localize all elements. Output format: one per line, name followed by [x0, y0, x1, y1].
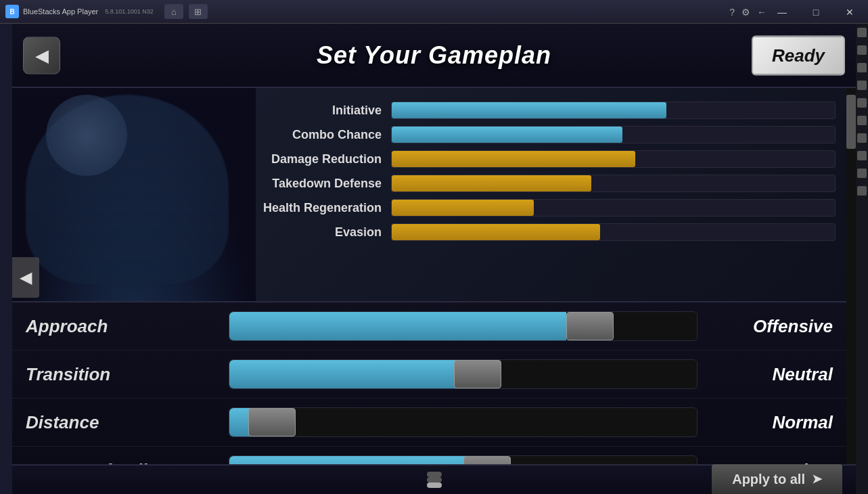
slider-row: Approach Offensive — [12, 302, 846, 351]
app-logo: B BlueStacks App Player 5.8.101.1001 N32 — [5, 5, 154, 18]
scrollbar[interactable] — [846, 88, 856, 467]
scrollbar-thumb[interactable] — [846, 95, 856, 149]
title-bar: B BlueStacks App Player 5.8.101.1001 N32… — [0, 0, 868, 24]
stat-bar-fill — [392, 102, 666, 118]
page-dot-1[interactable] — [427, 477, 442, 482]
app-version: 5.8.101.1001 N32 — [105, 8, 154, 15]
send-icon: ➤ — [812, 472, 822, 487]
page-dot-2[interactable] — [427, 482, 442, 488]
app-icon: B — [5, 5, 19, 18]
rs-icon-4[interactable] — [857, 81, 867, 90]
slider-handle[interactable] — [566, 312, 614, 340]
slider-label: Transition — [26, 364, 229, 385]
stat-row: Combo Chance — [256, 126, 836, 143]
window-controls: — □ ✕ — [767, 0, 868, 24]
stat-bar-container — [391, 102, 836, 119]
stat-label: Health Regeneration — [256, 201, 391, 215]
stat-label: Damage Reduction — [256, 152, 391, 166]
minimize-btn[interactable]: — — [767, 0, 798, 24]
nav-buttons: ⌂ ⊞ — [164, 4, 208, 19]
game-area: ◀ Set Your Gameplan Ready ◀ Gameplan Def… — [12, 24, 856, 494]
stat-row: Damage Reduction — [256, 150, 836, 168]
page-dot-0[interactable] — [427, 472, 442, 477]
stat-bar-container — [391, 126, 836, 143]
apply-all-label: Apply to all — [732, 472, 805, 487]
stat-bar-fill — [392, 151, 635, 167]
maximize-btn[interactable]: □ — [800, 0, 831, 24]
stats-container: Initiative Combo Chance Damage Reduction… — [256, 102, 836, 241]
slider-handle[interactable] — [248, 408, 296, 436]
slider-track[interactable] — [229, 407, 698, 437]
stat-bar-container — [391, 199, 836, 217]
stat-bar-fill — [392, 224, 600, 240]
back-button[interactable]: ◀ — [23, 37, 60, 74]
rs-icon-3[interactable] — [857, 63, 867, 72]
slider-label: Distance — [26, 412, 229, 433]
stat-bar-container — [391, 150, 836, 168]
fighter-prev-arrow[interactable]: ◀ — [12, 257, 39, 298]
stat-bar-fill — [392, 200, 534, 216]
slider-fill — [229, 360, 472, 388]
game-header: ◀ Set Your Gameplan Ready — [12, 24, 856, 88]
rs-icon-6[interactable] — [857, 116, 867, 125]
close-btn[interactable]: ✕ — [834, 0, 865, 24]
grid-nav-btn[interactable]: ⊞ — [189, 4, 208, 19]
rs-icon-5[interactable] — [857, 98, 867, 108]
rs-icon-9[interactable] — [857, 169, 867, 178]
stat-row: Initiative — [256, 102, 836, 119]
home-nav-btn[interactable]: ⌂ — [164, 4, 183, 19]
stat-label: Takedown Defense — [256, 177, 391, 191]
ready-button[interactable]: Ready — [752, 35, 845, 75]
slider-row: Transition Neutral — [12, 351, 846, 399]
help-icon[interactable]: ? — [729, 7, 735, 18]
slider-label: Approach — [26, 316, 229, 337]
stat-bar-container — [391, 223, 836, 241]
slider-track[interactable] — [229, 311, 698, 341]
stat-label: Combo Chance — [256, 128, 391, 142]
slider-track[interactable] — [229, 359, 698, 389]
app-name: BlueStacks App Player — [23, 7, 98, 16]
settings-icon-titlebar[interactable]: ⚙ — [741, 7, 750, 18]
rs-icon-10[interactable] — [857, 186, 867, 196]
apply-all-button[interactable]: Apply to all ➤ — [712, 464, 842, 494]
slider-value: Neutral — [698, 364, 833, 385]
stat-label: Initiative — [256, 104, 391, 118]
stat-row: Takedown Defense — [256, 175, 836, 192]
slider-row: Distance Normal — [12, 399, 846, 447]
slider-value: Normal — [698, 412, 833, 433]
stat-bar-fill — [392, 175, 591, 192]
stat-row: Health Regeneration — [256, 199, 836, 217]
rs-icon-8[interactable] — [857, 151, 867, 160]
stat-bar-container — [391, 175, 836, 192]
arrow-icon-titlebar[interactable]: ← — [757, 7, 767, 18]
right-sidebar — [856, 24, 868, 494]
rs-icon-2[interactable] — [857, 45, 867, 55]
stat-row: Evasion — [256, 223, 836, 241]
right-icons: ? ⚙ ← — [729, 0, 767, 24]
dots-container — [427, 472, 442, 488]
rs-icon-7[interactable] — [857, 133, 867, 143]
stat-label: Evasion — [256, 225, 391, 240]
rs-icon-1[interactable] — [857, 28, 867, 37]
slider-value: Offensive — [698, 316, 833, 337]
slider-handle[interactable] — [454, 360, 501, 388]
bottom-bar: Apply to all ➤ — [12, 464, 856, 494]
page-title: Set Your Gameplan — [317, 41, 551, 70]
slider-fill — [229, 312, 566, 340]
fighter-head — [46, 95, 127, 176]
stat-bar-fill — [392, 127, 622, 143]
